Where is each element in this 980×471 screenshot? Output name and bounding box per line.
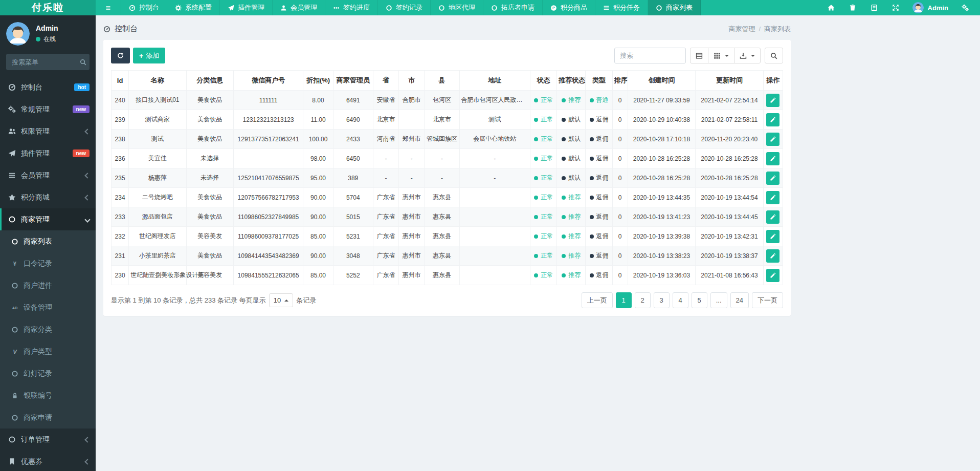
edit-button[interactable] xyxy=(766,210,779,224)
brand-logo[interactable]: 付乐啦 xyxy=(0,0,96,15)
column-header[interactable]: 排序 xyxy=(612,71,628,91)
column-header[interactable]: 类型 xyxy=(586,71,612,91)
column-header[interactable]: 状态 xyxy=(530,71,557,91)
edit-button[interactable] xyxy=(766,172,779,185)
user-menu[interactable]: Admin xyxy=(906,0,954,15)
sidebar-item[interactable]: 订单管理 xyxy=(0,429,96,451)
edit-button[interactable] xyxy=(766,113,779,126)
page-button[interactable]: 1 xyxy=(616,292,632,308)
page-button[interactable]: 下一页 xyxy=(752,292,783,308)
edit-button[interactable] xyxy=(766,191,779,204)
circle-icon xyxy=(656,5,662,11)
page-button[interactable]: 5 xyxy=(692,292,707,308)
page-button[interactable]: ... xyxy=(710,292,727,308)
sidebar-subitem[interactable]: 设备管理 xyxy=(0,296,96,318)
sidebar-item[interactable]: 会员管理 xyxy=(0,164,96,186)
sidebar-subitem[interactable]: 商家申请 xyxy=(0,406,96,429)
column-header[interactable]: 创建时间 xyxy=(628,71,696,91)
page-button[interactable]: 24 xyxy=(730,292,749,308)
page-button[interactable]: 3 xyxy=(654,292,670,308)
column-header[interactable]: 省 xyxy=(373,71,398,91)
column-header[interactable]: 分类信息 xyxy=(186,71,233,91)
topnav-item[interactable]: 积分商品 xyxy=(543,0,595,15)
topnav-item[interactable]: 拓店者申请 xyxy=(483,0,543,15)
sidebar-search-button[interactable] xyxy=(80,58,86,66)
sidebar-item[interactable]: 插件管理new xyxy=(0,142,96,164)
sidebar-item[interactable]: 积分商城 xyxy=(0,186,96,208)
topnav-item[interactable]: 签约进度 xyxy=(325,0,378,15)
edit-button[interactable] xyxy=(766,133,779,146)
column-header[interactable]: 名称 xyxy=(129,71,186,91)
topnav-item-label: 签约记录 xyxy=(396,3,422,12)
status-badge: 正常 xyxy=(534,96,553,104)
pagination-info: 显示第 1 到第 10 条记录，总共 233 条记录 每页显示 10 条记录 xyxy=(111,293,316,307)
topnav-item[interactable]: 会员管理 xyxy=(273,0,325,15)
home-button[interactable] xyxy=(820,0,842,15)
sidebar-item[interactable]: 优惠券 xyxy=(0,451,96,471)
circle-icon xyxy=(386,5,392,11)
sidebar-subitem[interactable]: 商家分类 xyxy=(0,318,96,340)
topnav-item-label: 积分商品 xyxy=(561,3,587,12)
breadcrumb-item[interactable]: 商家列表 xyxy=(764,25,791,33)
edit-button[interactable] xyxy=(766,230,779,243)
breadcrumb-item[interactable]: 商家管理 xyxy=(728,25,755,33)
sidebar-item[interactable]: 控制台hot xyxy=(0,76,96,98)
chevron-left-icon xyxy=(84,173,90,178)
sidebar-item[interactable]: 权限管理 xyxy=(0,120,96,142)
add-button[interactable]: +添加 xyxy=(133,48,165,63)
sidebar-submenu: 商家列表口令记录商户进件设备管理商家分类商户类型幻灯记录银联编号商家申请 xyxy=(0,230,96,429)
export-button[interactable] xyxy=(734,48,761,63)
sidebar-subitem[interactable]: 商家列表 xyxy=(0,230,96,252)
edit-button[interactable] xyxy=(766,269,779,282)
sidebar-item[interactable]: 常规管理new xyxy=(0,98,96,120)
page-button[interactable]: 上一页 xyxy=(582,292,613,308)
sidebar-subitem[interactable]: 口令记录 xyxy=(0,252,96,274)
bookmark-icon xyxy=(8,458,16,465)
table-search-input[interactable] xyxy=(614,48,686,63)
edit-button[interactable] xyxy=(766,94,779,107)
edit-button[interactable] xyxy=(766,152,779,165)
sidebar-toggle-button[interactable] xyxy=(96,0,121,15)
page-size-dropdown[interactable]: 10 xyxy=(269,293,293,307)
sidebar-subitem[interactable]: 商户类型 xyxy=(0,340,96,362)
column-header[interactable]: 县 xyxy=(425,71,459,91)
column-header[interactable]: 市 xyxy=(399,71,425,91)
columns-button[interactable] xyxy=(708,48,734,63)
recommend-badge: 默认 xyxy=(562,115,581,124)
topnav-item[interactable]: 积分任务 xyxy=(595,0,648,15)
status-dot-icon xyxy=(590,176,594,180)
sidebar-search-input[interactable] xyxy=(6,54,90,70)
status-dot-icon xyxy=(590,215,594,219)
toolbar-left: +添加 xyxy=(111,48,165,63)
search-button[interactable] xyxy=(765,48,783,63)
sidebar-subitem[interactable]: 幻灯记录 xyxy=(0,362,96,384)
sidebar-subitem[interactable]: 商户进件 xyxy=(0,274,96,296)
topnav-item[interactable]: 插件管理 xyxy=(220,0,273,15)
topnav-item[interactable]: 系统配置 xyxy=(167,0,220,15)
column-header[interactable]: 折扣(%) xyxy=(303,71,333,91)
topnav-item[interactable]: 控制台 xyxy=(121,0,167,15)
refresh-button[interactable] xyxy=(111,48,130,63)
trash-button[interactable] xyxy=(842,0,863,15)
fullscreen-button[interactable] xyxy=(885,0,906,15)
sidebar-subitem[interactable]: 银联编号 xyxy=(0,384,96,406)
column-header[interactable]: 地址 xyxy=(459,71,530,91)
top-navbar: 付乐啦 控制台系统配置插件管理会员管理签约进度签约记录地区代理拓店者申请积分商品… xyxy=(0,0,980,15)
column-header[interactable]: Id xyxy=(112,71,129,91)
page-button[interactable]: 2 xyxy=(635,292,651,308)
column-header[interactable]: 商家管理员 xyxy=(333,71,373,91)
page-button[interactable]: 4 xyxy=(673,292,688,308)
sidebar-item[interactable]: 商家管理 xyxy=(0,208,96,230)
topnav-item[interactable]: 商家列表 xyxy=(648,0,701,15)
column-header[interactable]: 操作 xyxy=(763,71,783,91)
pencil-icon xyxy=(770,175,776,181)
log-button[interactable] xyxy=(863,0,885,15)
column-header[interactable]: 更新时间 xyxy=(696,71,764,91)
toggle-view-button[interactable] xyxy=(690,48,708,63)
topnav-item[interactable]: 签约记录 xyxy=(378,0,431,15)
settings-button[interactable] xyxy=(954,0,976,15)
topnav-item[interactable]: 地区代理 xyxy=(431,0,483,15)
column-header[interactable]: 微信商户号 xyxy=(233,71,303,91)
edit-button[interactable] xyxy=(766,249,779,263)
column-header[interactable]: 推荐状态 xyxy=(557,71,586,91)
